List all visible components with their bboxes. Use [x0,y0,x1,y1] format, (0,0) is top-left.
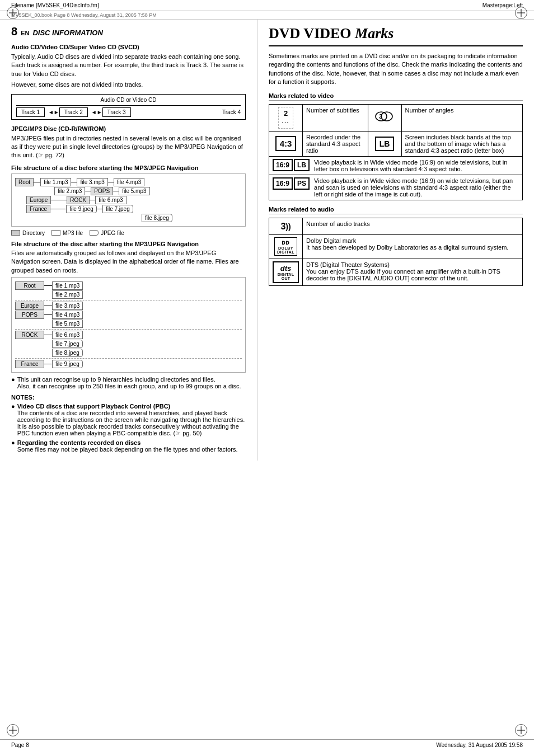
169ps-icon: 16:9 PS [273,177,310,190]
fs2-file5: file 5.mp3 [52,320,83,328]
dolby-icon: ᴅᴅ DOLBYDIGITAL [274,237,297,256]
dvd-intro: Sometimes marks are printed on a DVD dis… [269,52,523,87]
fs-after-para: Files are automatically grouped as follo… [11,249,246,275]
fs-file3: file 3.mp3 [77,178,107,186]
track-row: Track 1 ◄► Track 2 ◄► Track 3 Track 4 [16,105,241,117]
audio-cd-para2: However, some discs are not divided into… [11,81,246,89]
dolby-text: DOLBYDIGITAL [277,246,294,254]
track3: Track 3 [102,107,131,117]
169lb-cell: 16:9 LB Video playback is in Wide video … [269,156,523,175]
lb-icon: LB [375,137,395,151]
section-heading: 8 EN DISC INFORMATION [11,25,246,38]
marks-row-169ps: 16:9 PS Video playback is in Wide video … [269,175,523,200]
fs-rock: ROCK [67,196,90,204]
dolby-dd: ᴅᴅ [277,239,294,246]
fs-file8jpeg: file 8.jpeg [142,214,172,222]
section-number: 8 [11,25,17,38]
fs-file5: file 5.mp3 [119,187,149,195]
audio-tracks-desc: Number of audio tracks [303,218,523,234]
fs2-file1: file 1.mp3 [52,281,83,290]
angles-desc: Number of angles [401,104,522,131]
fs-pops: POPS [91,187,113,195]
dolby-icon-cell: ᴅᴅ DOLBYDIGITAL [269,234,303,259]
track2: Track 2 [59,107,88,117]
fs2-file7: file 7.jpeg [52,340,83,348]
fs-file1: file 1.mp3 [40,178,71,186]
track1: Track 1 [16,107,45,117]
fs2-france: France [15,360,44,368]
angles-icon-cell: 3 [368,104,401,131]
169ps-content: 16:9 PS Video playback is in Wide video … [273,177,519,198]
dts-desc: DTS (Digital Theater Systems)You can enj… [303,259,523,285]
audio-marks-heading: Marks related to audio [269,206,523,214]
43-icon: 4:3 [275,136,297,151]
track-arrow2: ◄► [91,109,102,115]
section-lang: EN [21,30,29,36]
filename: Filename [MV5SEK_04DiscInfo.fm] [11,2,99,8]
note2-text: Some files may not be played back depend… [17,446,238,453]
lb-box: LB [294,159,310,171]
reg-mark-tr [515,7,527,19]
fs-file7jpeg: file 7.jpeg [102,205,133,213]
fs-before-title: File structure of a disc before starting… [11,165,246,171]
legend-mp3: MP3 file [51,230,83,236]
track-diagram: Audio CD or Video CD Track 1 ◄► Track 2 … [11,94,246,120]
fs-france: France [26,205,50,213]
legend-jpeg-icon [90,230,99,236]
bullet-dot: ● [11,376,15,383]
jpeg-mp3-para: MP3/JPEG files put in directories nested… [11,134,246,160]
fs-after-title: File structure of the disc after startin… [11,241,246,247]
fs-before-diagram: Root file 1.mp3 file 3.mp3 file 4.mp3 fi… [11,173,246,227]
notes-section: NOTES: ● Video CD discs that support Pla… [11,394,246,453]
dts-text: DIGITAL OUT [277,273,295,280]
fs2-file2: file 2.mp3 [52,290,83,299]
track-arrow1: ◄► [48,109,59,115]
legend-mp3-label: MP3 file [63,230,83,236]
audio-row-dolby: ᴅᴅ DOLBYDIGITAL Dolby Digital markIt has… [269,234,523,259]
page-footer: Page 8 Wednesday, 31 August 2005 19:58 [0,739,534,750]
audio-tracks-icon-cell: 3 )) [269,218,303,234]
legend-dir-label: Directory [22,230,45,236]
fs2-pops: POPS [15,311,44,319]
169ps-cell: 16:9 PS Video playback is in Wide video … [269,175,523,200]
fs2-europe: Europe [15,302,44,310]
angles-icon: 3 [374,109,395,127]
lb-icon-cell: LB [368,131,401,156]
fs-file2: file 2.mp3 [54,187,85,195]
fs-file4: file 4.mp3 [114,178,144,186]
note2-title: Regarding the contents recorded on discs [17,439,141,446]
legend-mp3-icon [51,230,60,236]
fs-file6: file 6.mp3 [95,196,126,204]
fs-after-diagram: Root file 1.mp3 file 2.mp3 Europe file 3… [11,277,246,373]
page-header: Filename [MV5SEK_04DiscInfo.fm] Masterpa… [0,0,534,11]
right-column: DVD VIDEO Marks Sometimes marks are prin… [257,20,534,461]
jpeg-mp3-title: JPEG/MP3 Disc (CD-R/RW/ROM) [11,125,246,132]
marks-row-subtitles: 2··· Number of subtitles 3 Number of ang… [269,104,523,131]
dvd-marks-title: DVD VIDEO Marks [269,25,523,46]
audio-row-dts: dts DIGITAL OUT DTS (Digital Theater Sys… [269,259,523,285]
marks-row-169lb: 16:9 LB Video playback is in Wide video … [269,156,523,175]
note1-title: Video CD discs that support Playback Con… [17,403,171,410]
fs-europe: Europe [26,196,51,204]
169lb-content: 16:9 LB Video playback is in Wide video … [273,159,519,172]
reg-mark-tl [7,7,19,19]
dts-logo: dts [277,264,295,273]
subheader-line: MV5SEK_00.book Page 8 Wednesday, August … [0,11,534,20]
legend-jpeg: JPEG file [90,230,124,236]
bullet-9hierarchies: ● This unit can recognise up to 9 hierar… [11,376,246,389]
169-ps-box: 16:9 [273,177,293,190]
footer-date: Wednesday, 31 August 2005 19:58 [436,742,523,748]
note1-content: Video CD discs that support Playback Con… [17,403,246,437]
lb-desc: Screen includes black bands at the top a… [401,131,522,156]
legend-dir-icon [11,230,20,236]
svg-text:3: 3 [379,113,382,120]
169-box: 16:9 [273,159,293,171]
audio-row-tracks: 3 )) Number of audio tracks [269,218,523,234]
note1-text: The contents of a disc are recorded into… [17,410,245,436]
169ps-desc: Video playback is in Wide video mode (16… [314,177,519,198]
audio-waves: )) [285,222,291,231]
43-desc: Recorded under the standard 4:3 aspect r… [303,131,368,156]
fs-file9jpeg: file 9.jpeg [66,205,97,213]
audio-3: 3 [280,222,285,232]
dts-icon: dts DIGITAL OUT [273,261,299,283]
